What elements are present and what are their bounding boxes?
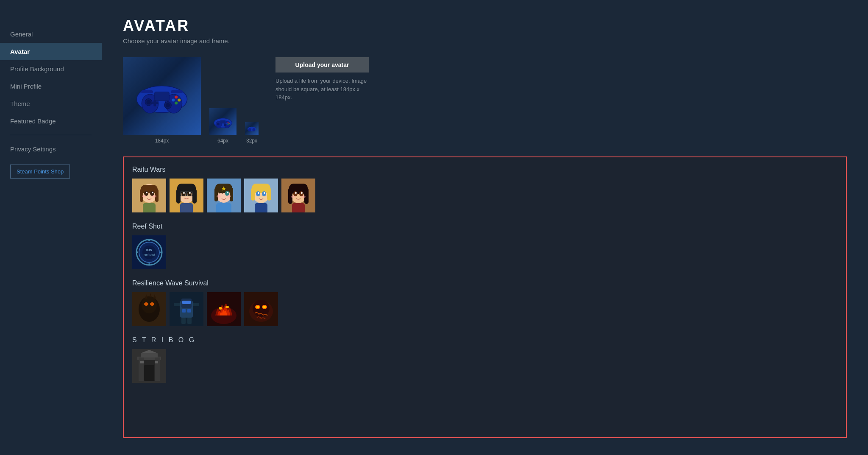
avatar-preview-medium: 64px [209,108,236,144]
game-title-stribog: S T R I B O G [132,336,837,344]
game-title-resilience-wave-survival: Resilience Wave Survival [132,279,837,287]
svg-rect-132 [141,353,158,357]
svg-point-121 [253,300,270,317]
avatar-thumb[interactable] [244,292,278,326]
svg-point-93 [148,240,150,241]
svg-rect-9 [152,102,158,104]
svg-rect-110 [187,309,191,313]
svg-point-11 [178,99,181,102]
sidebar-item-theme[interactable]: Theme [0,95,102,112]
avatar-grid-resilience-wave-survival [132,292,837,326]
avatar-section: 184px [123,57,847,144]
svg-point-5 [147,100,151,104]
sidebar-item-mini-profile[interactable]: Mini Profile [0,78,102,95]
svg-point-96 [160,251,162,253]
sidebar: General Avatar Profile Background Mini P… [0,0,102,455]
svg-point-72 [258,192,259,194]
svg-point-95 [136,251,138,253]
svg-rect-114 [193,303,199,306]
svg-rect-44 [176,189,181,204]
game-section-reef-shot: Reef Shot IOS reef shot [132,223,837,269]
upload-avatar-button[interactable]: Upload your avatar [275,57,369,73]
svg-rect-15 [171,90,183,93]
svg-point-46 [181,191,186,196]
game-title-raifu-wars: Raifu Wars [132,166,837,173]
svg-point-13 [175,102,178,105]
upload-description: Upload a file from your device. Image sh… [275,77,369,102]
svg-point-47 [187,191,192,196]
avatar-image-medium[interactable] [209,108,236,135]
svg-point-21 [224,124,226,126]
avatar-image-small[interactable] [245,122,259,135]
avatar-size-label-small: 32px [246,138,257,144]
svg-point-71 [262,191,266,196]
svg-point-124 [256,306,259,308]
svg-rect-111 [181,318,186,324]
svg-point-82 [295,192,297,194]
svg-point-94 [148,263,150,265]
avatar-thumb[interactable] [244,179,278,212]
sidebar-item-profile-background[interactable]: Profile Background [0,60,102,78]
svg-text:reef shot: reef shot [143,253,155,256]
avatar-thumb[interactable] [132,349,166,383]
sidebar-item-general[interactable]: General [0,25,102,43]
avatar-thumb[interactable]: IOS reef shot [132,235,166,269]
svg-rect-108 [182,301,191,304]
game-section-raifu-wars: Raifu Wars [132,166,837,212]
svg-rect-3 [155,92,170,101]
svg-rect-64 [216,203,231,212]
svg-text:IOS: IOS [146,248,152,252]
svg-point-10 [175,96,178,99]
sidebar-item-privacy-settings[interactable]: Privacy Settings [0,140,102,158]
game-section-resilience-wave-survival: Resilience Wave Survival [132,279,837,326]
avatar-preview-large: 184px [123,57,201,144]
avatar-thumb[interactable] [170,292,203,326]
svg-point-73 [264,192,265,194]
svg-point-12 [172,99,175,102]
avatar-image-large[interactable] [123,57,201,135]
game-title-reef-shot: Reef Shot [132,223,837,230]
sidebar-item-featured-badge[interactable]: Featured Badge [0,112,102,130]
svg-rect-45 [192,189,197,204]
svg-point-62 [227,195,231,198]
avatar-thumb[interactable] [132,179,166,212]
avatar-thumb[interactable] [132,292,166,326]
svg-rect-58 [230,188,233,201]
svg-point-100 [144,302,148,306]
avatar-size-label-medium: 64px [217,138,228,144]
svg-point-85 [301,195,306,198]
avatar-preview-small: 32px [245,122,259,144]
svg-point-24 [226,123,228,124]
avatar-thumb[interactable] [281,179,315,212]
svg-point-48 [183,192,185,194]
avatar-previews: 184px [123,57,259,144]
svg-point-83 [301,192,303,194]
steam-points-shop-button[interactable]: Steam Points Shop [10,165,70,179]
svg-point-61 [217,195,221,198]
svg-rect-57 [214,188,218,201]
svg-point-20 [217,123,220,125]
upload-section: Upload your avatar Upload a file from yo… [275,57,369,102]
avatar-thumb[interactable] [207,179,241,212]
avatar-thumb[interactable] [207,292,241,326]
svg-rect-14 [141,90,153,93]
svg-point-28 [252,128,255,131]
svg-point-117 [219,307,222,310]
svg-point-22 [228,122,229,123]
avatar-grid-stribog [132,349,837,383]
svg-rect-135 [155,361,158,363]
svg-point-49 [189,192,191,194]
sidebar-item-avatar[interactable]: Avatar [0,43,102,60]
svg-point-90 [142,246,156,259]
sidebar-divider [10,135,92,135]
avatar-thumb[interactable] [170,179,203,212]
svg-point-125 [263,306,266,308]
svg-rect-134 [140,361,144,363]
svg-rect-40 [143,203,156,212]
page-title: AVATAR [123,17,847,35]
game-section-stribog: S T R I B O G [132,336,837,383]
svg-point-25 [228,124,229,125]
svg-rect-113 [174,303,180,306]
svg-rect-19 [220,120,226,123]
avatar-library[interactable]: Raifu Wars [123,156,847,438]
